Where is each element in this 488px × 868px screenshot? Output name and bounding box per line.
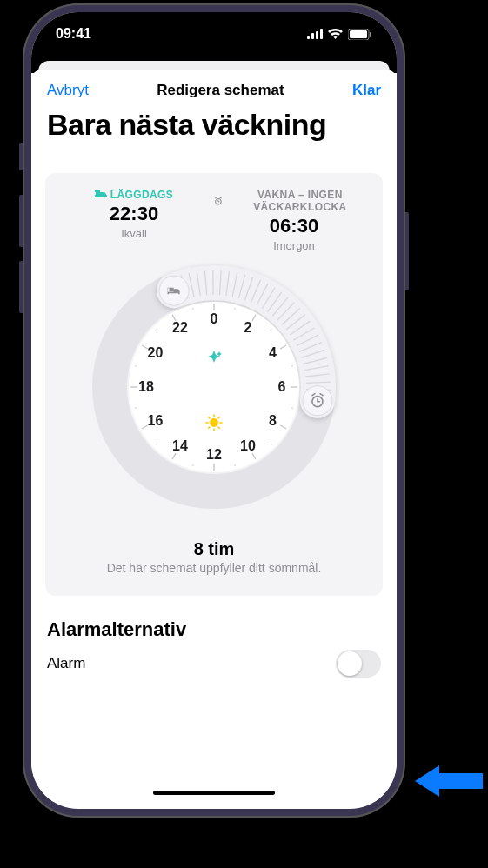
arrow-head [415, 765, 439, 797]
status-time: 09:41 [56, 26, 91, 42]
dial-hour-14: 14 [172, 438, 188, 453]
times-row: LÄGGDAGS 22:30 Ikväll VAKNA – INGEN VÄCK… [54, 189, 374, 252]
sleep-dial[interactable]: 0246810121416182022 [54, 261, 374, 513]
svg-line-69 [209, 427, 210, 428]
side-button [19, 143, 23, 170]
dynamic-island [162, 23, 266, 54]
wake-label-text: VAKNA – INGEN VÄCKARKLOCKA [226, 189, 374, 213]
svg-line-57 [135, 366, 137, 367]
bed-icon [95, 190, 107, 199]
bedtime-time: 22:30 [54, 203, 214, 225]
duration-value: 8 tim [54, 539, 374, 559]
svg-line-49 [235, 464, 236, 466]
svg-rect-2 [316, 31, 318, 39]
dial-svg[interactable]: 0246810121416182022 [88, 261, 340, 513]
arrow-line [439, 773, 483, 789]
dial-hour-18: 18 [138, 379, 154, 394]
bedtime-label: LÄGGDAGS [54, 189, 214, 201]
volume-down-button [19, 261, 23, 313]
duration-block: 8 tim Det här schemat uppfyller ditt söm… [54, 539, 374, 575]
svg-point-62 [210, 418, 218, 427]
alarm-section-heading: Alarmalternativ [31, 618, 397, 641]
bedtime-label-text: LÄGGDAGS [110, 189, 174, 201]
done-button[interactable]: Klar [352, 82, 381, 99]
svg-line-61 [193, 308, 194, 310]
svg-rect-3 [320, 29, 323, 39]
svg-line-39 [235, 308, 236, 310]
dial-hour-12: 12 [206, 447, 222, 462]
svg-line-43 [291, 366, 293, 367]
sun-icon [206, 415, 222, 431]
duration-sub: Det här schemat uppfyller ditt sömnmål. [54, 561, 374, 575]
cellular-icon [307, 29, 323, 39]
phone-frame: 09:41 Avbryt Redigera schemat Klar Bara … [23, 3, 405, 818]
svg-line-55 [135, 408, 137, 409]
volume-up-button [19, 195, 23, 247]
bedtime-sub: Ikväll [54, 227, 214, 240]
dial-hour-16: 16 [148, 413, 164, 428]
svg-line-67 [209, 417, 210, 418]
sheet-title: Redigera schemat [157, 82, 284, 99]
schedule-card: LÄGGDAGS 22:30 Ikväll VAKNA – INGEN VÄCK… [45, 173, 383, 596]
wake-handle[interactable] [303, 386, 332, 416]
wake-time: 06:30 [214, 215, 374, 237]
alarm-row: Alarm [31, 641, 397, 678]
svg-rect-5 [350, 30, 367, 38]
callout-arrow [415, 765, 483, 797]
dial-hour-0: 0 [211, 311, 218, 326]
svg-line-51 [193, 464, 194, 466]
sheet-header: Avbryt Redigera schemat Klar [31, 70, 397, 111]
status-indicators [307, 29, 372, 40]
dial-hour-6: 6 [278, 379, 286, 394]
svg-rect-6 [370, 32, 371, 37]
power-button [405, 212, 409, 290]
alarm-row-label: Alarm [47, 655, 85, 672]
svg-line-70 [218, 417, 219, 418]
alarm-icon [214, 196, 223, 206]
battery-icon [348, 29, 372, 40]
wifi-icon [328, 29, 343, 39]
dial-hour-20: 20 [148, 345, 164, 360]
svg-rect-0 [307, 36, 310, 39]
dial-hour-8: 8 [269, 413, 277, 428]
dial-hour-10: 10 [240, 438, 256, 453]
wake-label: VAKNA – INGEN VÄCKARKLOCKA [214, 189, 374, 213]
cancel-button[interactable]: Avbryt [47, 82, 89, 99]
wake-column: VAKNA – INGEN VÄCKARKLOCKA 06:30 Imorgon [214, 189, 374, 252]
bedtime-handle[interactable] [159, 276, 189, 305]
screen: 09:41 Avbryt Redigera schemat Klar Bara … [31, 12, 397, 809]
wake-sub: Imorgon [214, 239, 374, 252]
alarm-toggle[interactable] [336, 650, 381, 678]
home-indicator[interactable] [153, 791, 275, 795]
dial-hour-2: 2 [244, 320, 252, 335]
svg-line-45 [291, 408, 293, 409]
modal-sheet: Avbryt Redigera schemat Klar Bara nästa … [31, 70, 397, 802]
bedtime-column: LÄGGDAGS 22:30 Ikväll [54, 189, 214, 252]
dial-hour-22: 22 [172, 320, 188, 335]
svg-line-68 [218, 427, 219, 428]
page-title: Bara nästa väckning [31, 108, 397, 142]
svg-rect-1 [311, 33, 314, 39]
dial-hour-4: 4 [269, 345, 277, 360]
